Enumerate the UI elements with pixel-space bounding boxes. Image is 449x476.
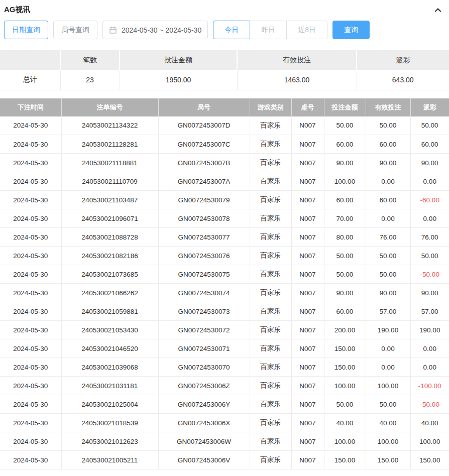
table-row: 2024-05-30240530021012623GN0072453006W百家… bbox=[0, 432, 449, 451]
cell-table-no: N007 bbox=[291, 172, 324, 191]
summary-total-bet-amount: 1950.00 bbox=[120, 70, 237, 90]
col-header-bet-amount: 投注金额 bbox=[324, 98, 366, 116]
cell-valid-bet: 50.00 bbox=[366, 247, 410, 265]
cell-order-no: 240530021012623 bbox=[61, 432, 158, 451]
summary-header-row: 笔数 投注金额 有效投注 派彩 bbox=[0, 50, 449, 70]
cell-round-no: GN00724530074 bbox=[158, 284, 250, 302]
table-row: 2024-05-30240530021053430GN00724530072百家… bbox=[0, 321, 449, 339]
cell-order-no: 240530021118881 bbox=[61, 154, 158, 172]
cell-bet-time: 2024-05-30 bbox=[0, 321, 61, 339]
cell-order-no: 240530021073685 bbox=[61, 265, 158, 284]
cell-valid-bet: 60.00 bbox=[366, 135, 410, 154]
cell-bet-time: 2024-05-30 bbox=[0, 228, 61, 247]
cell-table-no: N007 bbox=[291, 209, 324, 228]
cell-table-no: N007 bbox=[291, 432, 324, 451]
cell-valid-bet: 76.00 bbox=[366, 228, 410, 247]
cell-order-no: 240530021031181 bbox=[61, 377, 158, 395]
records-header-row: 下注时间注单编号局号游戏类别桌号投注金额有效投注派彩 bbox=[0, 98, 449, 116]
summary-total-count: 23 bbox=[60, 70, 120, 90]
cell-bet-time: 2024-05-30 bbox=[0, 209, 61, 228]
cell-valid-bet: 50.00 bbox=[366, 116, 410, 135]
cell-bet-amount: 150.00 bbox=[324, 339, 366, 358]
table-row: 2024-05-30240530021118881GN0072453007B百家… bbox=[0, 154, 449, 172]
table-row: 2024-05-30240530021059881GN00724530073百家… bbox=[0, 302, 449, 321]
cell-valid-bet: 0.00 bbox=[366, 172, 410, 191]
cell-valid-bet: 90.00 bbox=[366, 154, 410, 172]
cell-bet-amount: 60.00 bbox=[324, 135, 366, 154]
cell-bet-time: 2024-05-30 bbox=[0, 191, 61, 209]
cell-payout: -50.00 bbox=[410, 265, 449, 284]
cell-bet-amount: 50.00 bbox=[324, 265, 366, 284]
cell-table-no: N007 bbox=[291, 451, 324, 469]
cell-payout: 150.00 bbox=[410, 451, 449, 469]
cell-valid-bet: 100.00 bbox=[366, 377, 410, 395]
cell-table-no: N007 bbox=[291, 358, 324, 377]
table-row: 2024-05-30240530021110709GN0072453007A百家… bbox=[0, 172, 449, 191]
cell-payout: -50.00 bbox=[410, 395, 449, 414]
cell-table-no: N007 bbox=[291, 339, 324, 358]
table-row: 2024-05-30240530021134322GN0072453007D百家… bbox=[0, 116, 449, 135]
table-row: 2024-05-30240530021039068GN00724530070百家… bbox=[0, 358, 449, 377]
cell-payout: 0.00 bbox=[410, 358, 449, 377]
cell-bet-amount: 90.00 bbox=[324, 284, 366, 302]
col-header-payout: 派彩 bbox=[410, 98, 449, 116]
cell-round-no: GN00724530070 bbox=[158, 358, 250, 377]
date-range-picker[interactable]: 2024-05-30 ~ 2024-05-30 bbox=[102, 21, 208, 39]
cell-bet-amount: 50.00 bbox=[324, 395, 366, 414]
cell-bet-time: 2024-05-30 bbox=[0, 377, 61, 395]
cell-valid-bet: 60.00 bbox=[366, 191, 410, 209]
cell-table-no: N007 bbox=[291, 247, 324, 265]
today-button[interactable]: 今日 bbox=[213, 21, 250, 39]
col-header-table-no: 桌号 bbox=[291, 98, 324, 116]
table-row: 2024-05-30240530021088728GN00724530077百家… bbox=[0, 228, 449, 247]
cell-table-no: N007 bbox=[291, 116, 324, 135]
cell-payout: 90.00 bbox=[410, 154, 449, 172]
cell-round-no: GN0072453006Z bbox=[158, 377, 250, 395]
cell-bet-time: 2024-05-30 bbox=[0, 116, 61, 135]
cell-payout: 57.00 bbox=[410, 302, 449, 321]
cell-bet-time: 2024-05-30 bbox=[0, 451, 61, 469]
cell-game-type: 百家乐 bbox=[250, 209, 291, 228]
yesterday-button[interactable]: 昨日 bbox=[250, 21, 287, 39]
cell-order-no: 240530021128281 bbox=[61, 135, 158, 154]
cell-valid-bet: 57.00 bbox=[366, 302, 410, 321]
cell-bet-amount: 90.00 bbox=[324, 154, 366, 172]
summary-total-row: 总计 23 1950.00 1463.00 643.00 bbox=[0, 70, 449, 90]
cell-round-no: GN00724530073 bbox=[158, 302, 250, 321]
cell-bet-amount: 100.00 bbox=[324, 432, 366, 451]
cell-game-type: 百家乐 bbox=[250, 321, 291, 339]
cell-valid-bet: 40.00 bbox=[366, 414, 410, 432]
col-header-game-type: 游戏类别 bbox=[250, 98, 291, 116]
cell-round-no: GN0072453007C bbox=[158, 135, 250, 154]
cell-bet-time: 2024-05-30 bbox=[0, 172, 61, 191]
cell-bet-time: 2024-05-30 bbox=[0, 432, 61, 451]
cell-round-no: GN00724530078 bbox=[158, 209, 250, 228]
cell-round-no: GN00724530077 bbox=[158, 228, 250, 247]
date-query-tab[interactable]: 日期查询 bbox=[4, 21, 48, 39]
cell-payout: 190.00 bbox=[410, 321, 449, 339]
panel-header: AG视讯 bbox=[0, 0, 449, 17]
cell-round-no: GN0072453006Y bbox=[158, 395, 250, 414]
col-header-order-no: 注单编号 bbox=[61, 98, 158, 116]
cell-bet-amount: 150.00 bbox=[324, 358, 366, 377]
cell-order-no: 240530021046520 bbox=[61, 339, 158, 358]
cell-order-no: 240530021005211 bbox=[61, 451, 158, 469]
cell-payout: 76.00 bbox=[410, 228, 449, 247]
round-query-tab[interactable]: 局号查询 bbox=[53, 21, 97, 39]
cell-bet-amount: 60.00 bbox=[324, 302, 366, 321]
cell-payout: 40.00 bbox=[410, 414, 449, 432]
chevron-up-icon[interactable] bbox=[434, 6, 442, 14]
cell-game-type: 百家乐 bbox=[250, 377, 291, 395]
cell-order-no: 240530021103487 bbox=[61, 191, 158, 209]
cell-order-no: 240530021134322 bbox=[61, 116, 158, 135]
summary-col-bet-amount: 投注金额 bbox=[120, 50, 237, 70]
cell-order-no: 240530021059881 bbox=[61, 302, 158, 321]
cell-bet-time: 2024-05-30 bbox=[0, 247, 61, 265]
table-row: 2024-05-30240530021103487GN00724530079百家… bbox=[0, 191, 449, 209]
cell-game-type: 百家乐 bbox=[250, 414, 291, 432]
cell-round-no: GN00724530076 bbox=[158, 247, 250, 265]
cell-order-no: 240530021018539 bbox=[61, 414, 158, 432]
search-button[interactable]: 查询 bbox=[332, 21, 370, 39]
summary-table: 笔数 投注金额 有效投注 派彩 总计 23 1950.00 1463.00 64… bbox=[0, 50, 449, 90]
last-8-days-button[interactable]: 近8日 bbox=[286, 21, 327, 39]
